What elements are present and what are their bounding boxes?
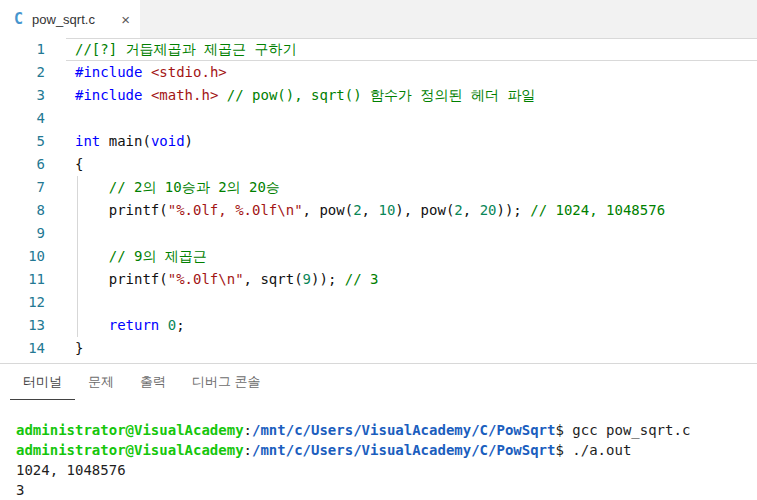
line-number: 8 [0,199,45,222]
token: return [109,317,160,333]
token: administrator@VisualAcademy [16,422,244,438]
code-line[interactable]: 3#include <math.h> // pow(), sqrt() 함수가 … [0,84,757,107]
token: : [244,422,252,438]
line-number: 9 [0,222,45,245]
token: 2 [454,202,462,218]
bottom-panel: 터미널문제출력디버그 콘솔 administrator@VisualAcadem… [0,363,757,500]
token: , pow( [303,202,354,218]
code-editor[interactable]: 1//[?] 거듭제곱과 제곱근 구하기2#include <stdio.h>3… [0,38,757,363]
token: )); [311,271,336,287]
panel-tab-bar: 터미널문제출력디버그 콘솔 [0,364,757,400]
code-line[interactable]: 10 // 9의 제곱근 [0,245,757,268]
token: printf( [75,271,168,287]
token: void [151,133,185,149]
tab-label: pow_sqrt.c [32,12,95,27]
token: #include [75,64,142,80]
token [142,64,150,80]
token: ; [176,317,184,333]
code-line[interactable]: 9 [0,222,757,245]
token: $ gcc pow_sqrt.c [555,422,690,438]
line-number: 11 [0,268,45,291]
token: 3 [16,482,24,498]
terminal-output[interactable]: administrator@VisualAcademy:/mnt/c/Users… [0,400,757,500]
token [142,87,150,103]
token: ) [185,133,193,149]
token: )); [496,202,521,218]
token: ), pow( [395,202,454,218]
code-line[interactable]: 15 [0,360,757,363]
line-number: 4 [0,107,45,130]
code-line[interactable]: 13 return 0; [0,314,757,337]
code-lines: 1//[?] 거듭제곱과 제곱근 구하기2#include <stdio.h>3… [0,38,757,363]
token: $ ./a.out [555,442,631,458]
terminal-line: 3 [16,480,757,500]
line-number: 10 [0,245,45,268]
token: // 3 [336,271,378,287]
line-number: 13 [0,314,45,337]
token [75,317,109,333]
token: , sqrt( [244,271,303,287]
token: , [463,202,480,218]
line-number: 2 [0,61,45,84]
code-line[interactable]: 6{ [0,153,757,176]
panel-tab-터미널[interactable]: 터미널 [10,364,75,400]
token: } [75,340,83,356]
line-number: 12 [0,291,45,314]
token: // 1024, 1048576 [522,202,665,218]
terminal-line: administrator@VisualAcademy:/mnt/c/Users… [16,440,757,460]
code-line[interactable]: 7 // 2의 10승과 2의 20승 [0,176,757,199]
token: printf( [75,202,168,218]
token: main( [100,133,151,149]
token: { [75,156,83,172]
close-icon[interactable]: × [121,12,130,27]
editor-tab-bar: C pow_sqrt.c × [0,0,757,38]
token: #include [75,87,142,103]
line-number: 7 [0,176,45,199]
terminal-line: administrator@VisualAcademy:/mnt/c/Users… [16,420,757,440]
panel-tab-출력[interactable]: 출력 [127,364,179,400]
vscode-window: C pow_sqrt.c × 1//[?] 거듭제곱과 제곱근 구하기2#inc… [0,0,757,500]
token: , [362,202,379,218]
code-line[interactable]: 11 printf("%.0lf\n", sqrt(9)); // 3 [0,268,757,291]
tab-pow-sqrt-c[interactable]: C pow_sqrt.c × [0,0,140,38]
panel-tab-문제[interactable]: 문제 [75,364,127,400]
token: "%.0lf\n" [168,271,244,287]
line-number: 14 [0,337,45,360]
token: <math.h> [151,87,218,103]
token: int [75,133,100,149]
token: 9 [303,271,311,287]
token: //[?] 거듭제곱과 제곱근 구하기 [75,41,296,57]
code-line[interactable]: 1//[?] 거듭제곱과 제곱근 구하기 [0,38,757,61]
code-line[interactable]: 5int main(void) [0,130,757,153]
token: /mnt/c/Users/VisualAcademy/C/PowSqrt [252,422,555,438]
token: // 9의 제곱근 [75,248,207,264]
code-line[interactable]: 2#include <stdio.h> [0,61,757,84]
code-line[interactable]: 8 printf("%.0lf, %.0lf\n", pow(2, 10), p… [0,199,757,222]
token: 1024, 1048576 [16,462,126,478]
line-number: 6 [0,153,45,176]
token: 2 [353,202,361,218]
c-file-icon: C [14,10,23,28]
panel-tab-디버그 콘솔[interactable]: 디버그 콘솔 [179,364,274,400]
token: // 2의 10승과 2의 20승 [75,179,280,195]
line-number: 3 [0,84,45,107]
terminal-line: 1024, 1048576 [16,460,757,480]
token: <stdio.h> [151,64,227,80]
token: 20 [480,202,497,218]
line-number: 15 [0,360,45,363]
token: "%.0lf, %.0lf\n" [168,202,303,218]
code-line[interactable]: 12 [0,291,757,314]
code-line[interactable]: 14} [0,337,757,360]
token: administrator@VisualAcademy [16,442,244,458]
token: // pow(), sqrt() 함수가 정의된 헤더 파일 [218,87,535,103]
token: 0 [168,317,176,333]
line-number: 5 [0,130,45,153]
line-number: 1 [0,38,45,61]
code-line[interactable]: 4 [0,107,757,130]
token: 10 [378,202,395,218]
token: : [244,442,252,458]
token [159,317,167,333]
token: /mnt/c/Users/VisualAcademy/C/PowSqrt [252,442,555,458]
